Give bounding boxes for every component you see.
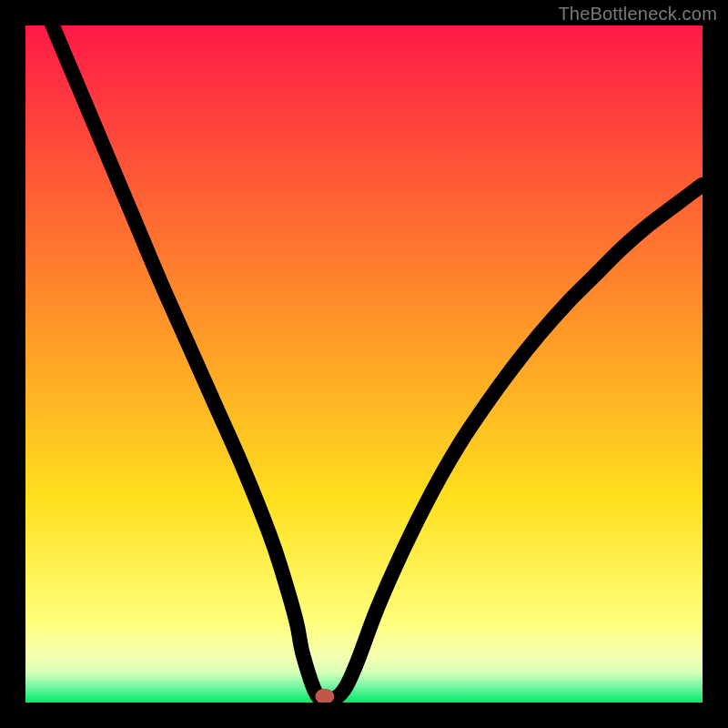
minimum-marker — [318, 692, 330, 701]
chart-canvas — [25, 25, 703, 703]
watermark-text: TheBottleneck.com — [558, 4, 717, 25]
gradient-background — [25, 25, 703, 703]
outer-frame: TheBottleneck.com — [0, 0, 728, 728]
